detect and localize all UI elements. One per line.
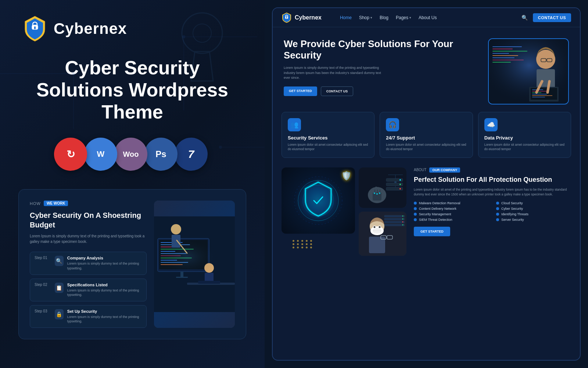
feature-5-dot xyxy=(414,213,417,216)
nav-about[interactable]: About Us xyxy=(419,15,437,20)
feature-2: Cloud Security xyxy=(496,201,571,205)
security-services-icon: 👥 xyxy=(288,118,301,131)
svg-point-102 xyxy=(402,224,404,225)
feature-2-text: Cloud Security xyxy=(501,201,523,205)
step-3-title: Set Up Security xyxy=(67,309,142,314)
feature-7-text: SIEM Threat Detection xyxy=(419,218,452,222)
card-desc: Lorem Ipsum is simply dummy text of the … xyxy=(30,233,147,244)
masked-person-illustration xyxy=(359,212,406,256)
step-2-content: Specifications Listed Lorem Ipsum is sim… xyxy=(67,283,142,297)
feature-8-text: Server Security xyxy=(501,218,524,222)
gear-dots-decoration xyxy=(293,240,313,248)
badge-woocommerce: Woo xyxy=(114,138,147,171)
feature-1-dot xyxy=(414,202,417,205)
nav-shop[interactable]: Shop ▾ xyxy=(359,15,372,20)
left-panel: Cybernex Cyber Security Solutions Wordpr… xyxy=(0,0,265,368)
svg-point-91 xyxy=(399,184,401,185)
feature-1-text: Malware Detection Removal xyxy=(419,201,460,205)
svg-rect-79 xyxy=(378,187,380,193)
svg-rect-96 xyxy=(384,218,405,220)
feature-8-dot xyxy=(496,218,499,221)
hero-contact-us-button[interactable]: CONTACT US xyxy=(321,86,353,96)
svg-rect-49 xyxy=(492,51,527,52)
badge-wordpress: W xyxy=(84,138,117,171)
nav-home[interactable]: Home xyxy=(340,15,352,20)
wp-navbar: Cybernex Home Shop ▾ Blog Pages ▾ About … xyxy=(273,8,580,27)
svg-rect-47 xyxy=(492,46,522,47)
about-get-started-button[interactable]: GET STARTED xyxy=(414,227,450,236)
step-3-content: Set Up Security Lorem Ipsum is simply du… xyxy=(67,309,142,324)
step-2-desc: Lorem Ipsum is simply dummy text of the … xyxy=(67,288,142,297)
svg-rect-97 xyxy=(384,221,405,223)
hero-text: We Provide Cyber Solutions For Your Secu… xyxy=(284,38,481,96)
badge-auto-updates: ↻ xyxy=(54,138,87,171)
feature-7: SIEM Threat Detection xyxy=(414,218,489,222)
we-work-badge: WE WORK xyxy=(44,201,68,206)
svg-point-7 xyxy=(182,35,185,38)
feature-2-dot xyxy=(496,202,499,205)
feature-4-dot xyxy=(496,207,499,210)
svg-point-34 xyxy=(171,224,181,234)
feature-3: Content Delivery Network xyxy=(414,207,489,210)
service-2-title: 24/7 Support xyxy=(386,135,466,141)
svg-rect-53 xyxy=(492,60,524,60)
wp-logo: Cybernex xyxy=(282,12,322,23)
service-1-title: Security Services xyxy=(288,135,368,141)
svg-rect-39 xyxy=(198,281,220,284)
search-icon[interactable]: 🔍 xyxy=(521,15,528,21)
card-title: Cyber Security On A Shoestring Budget xyxy=(30,210,147,230)
step-1-icon: 🔍 xyxy=(55,256,64,266)
contact-us-button[interactable]: CONTACT US xyxy=(533,13,571,22)
svg-rect-48 xyxy=(492,49,513,49)
hero-image xyxy=(488,38,569,105)
about-top-right-image xyxy=(359,167,406,208)
svg-point-82 xyxy=(376,193,378,195)
hero-get-started-button[interactable]: GET STARTED xyxy=(284,86,317,96)
svg-rect-80 xyxy=(380,188,382,193)
services-row: 👥 Security Services Lorem ipsum dolor si… xyxy=(273,112,580,164)
step-2-label: Step 02 xyxy=(35,283,51,287)
svg-line-69 xyxy=(548,81,549,92)
steps-list: Step 01 🔍 Company Analysis Lorem Ipsum i… xyxy=(30,252,147,328)
step-3-icon: 🔒 xyxy=(55,309,64,319)
feature-6-dot xyxy=(496,213,499,216)
about-title: Perfect Solution For All Protection Ques… xyxy=(414,176,571,184)
svg-point-12 xyxy=(219,146,222,149)
svg-point-100 xyxy=(402,218,404,219)
svg-rect-44 xyxy=(286,17,287,18)
card-right-image xyxy=(154,201,235,328)
service-1-desc: Lorem ipsum dolor sit amet consectetur a… xyxy=(288,143,368,152)
feature-5-text: Security Management xyxy=(419,212,451,216)
svg-point-101 xyxy=(402,221,404,222)
nav-pages[interactable]: Pages ▾ xyxy=(396,15,411,20)
wp-logo-shield-icon xyxy=(282,12,292,23)
step-1-content: Company Analysis Lorem Ipsum is simply d… xyxy=(67,256,142,270)
how-we-work-label: HOW WE WORK xyxy=(30,201,147,206)
service-3-desc: Lorem ipsum dolor sit amet consectetur a… xyxy=(484,143,565,152)
badges-row: ↻ W Woo Ps 7 xyxy=(57,138,208,171)
svg-point-4 xyxy=(72,72,75,75)
svg-rect-67 xyxy=(532,97,545,98)
wp-hero-section: We Provide Cyber Solutions For Your Secu… xyxy=(273,27,580,112)
our-company-badge: OUR COMPANY xyxy=(429,167,460,173)
service-2-desc: Lorem ipsum dolor sit amet consectetur a… xyxy=(386,143,466,152)
svg-point-109 xyxy=(374,226,376,228)
about-main-image: 🛡️ xyxy=(282,167,355,234)
svg-rect-50 xyxy=(492,53,509,54)
svg-text:W: W xyxy=(97,149,105,159)
nav-blog[interactable]: Blog xyxy=(380,15,388,20)
svg-rect-51 xyxy=(492,55,518,56)
card-left-content: HOW WE WORK Cyber Security On A Shoestri… xyxy=(30,201,147,328)
wp-nav-right: 🔍 CONTACT US xyxy=(521,13,571,22)
step-1-title: Company Analysis xyxy=(67,256,142,260)
about-label-row: ABOUT OUR COMPANY xyxy=(414,167,571,173)
step-3-item: Step 03 🔒 Set Up Security Lorem Ipsum is… xyxy=(30,305,147,328)
how-we-work-card: HOW WE WORK Cyber Security On A Shoestri… xyxy=(18,189,246,339)
svg-rect-77 xyxy=(373,188,374,193)
svg-rect-52 xyxy=(492,57,514,58)
step-1-desc: Lorem Ipsum is simply dummy text of the … xyxy=(67,261,142,270)
step-2-title: Specifications Listed xyxy=(67,283,142,287)
about-bottom-right-image xyxy=(359,212,406,256)
feature-6: Identifying Threats xyxy=(496,212,571,216)
hero-desc: Lorem Ipsum is simply dummy text of the … xyxy=(284,66,387,81)
